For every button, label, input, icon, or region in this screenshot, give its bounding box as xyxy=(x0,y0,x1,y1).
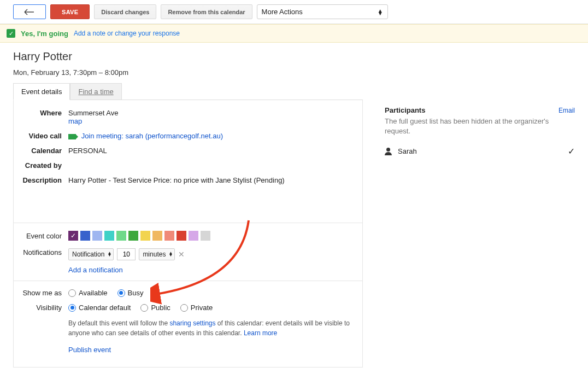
add-note-link[interactable]: Add a note or change your response xyxy=(74,30,180,37)
details-panel: Where Summerset Ave map Video call Join … xyxy=(13,100,363,368)
label-visibility: Visibility xyxy=(14,304,68,312)
color-swatch[interactable] xyxy=(116,231,126,241)
map-link[interactable]: map xyxy=(68,117,82,125)
description-value: Harry Potter - Test Service Price: no pr… xyxy=(68,176,362,184)
color-swatch[interactable] xyxy=(104,231,114,241)
radio-vis-private[interactable]: Private xyxy=(180,304,213,312)
discard-button[interactable]: Discard changes xyxy=(94,4,156,19)
radio-dot xyxy=(68,289,76,297)
color-swatch[interactable] xyxy=(140,231,150,241)
save-button[interactable]: SAVE xyxy=(50,4,90,19)
calendar-value: PERSONAL xyxy=(68,147,362,155)
event-datetime: Mon, February 13, 7:30pm – 8:00pm xyxy=(13,68,363,77)
updown-icon: ▲▼ xyxy=(107,252,111,256)
color-swatch[interactable] xyxy=(201,231,210,241)
radio-dot xyxy=(140,304,148,312)
camera-icon xyxy=(68,134,76,139)
back-button[interactable] xyxy=(13,4,46,19)
visibility-note: By default this event will follow the sh… xyxy=(68,318,352,338)
radio-vis-default[interactable]: Calendar default xyxy=(68,304,131,312)
learn-more-link[interactable]: Learn more xyxy=(244,329,277,337)
color-swatch[interactable] xyxy=(128,231,138,241)
guest-row: Sarah ✓ xyxy=(385,146,575,156)
radio-dot xyxy=(180,304,188,312)
color-swatch[interactable] xyxy=(152,231,162,241)
label-showmeas: Show me as xyxy=(14,289,68,297)
color-swatch[interactable] xyxy=(177,231,186,241)
tabs: Event details Find a time xyxy=(13,83,363,100)
color-swatch[interactable] xyxy=(164,231,174,241)
check-icon: ✓ xyxy=(7,29,15,38)
notification-value-input[interactable] xyxy=(117,248,136,260)
email-guests-link[interactable]: Email xyxy=(558,107,575,114)
color-swatch[interactable] xyxy=(80,231,90,241)
label-createdby: Created by xyxy=(14,161,68,170)
participants-note: The full guest list has been hidden at t… xyxy=(385,116,575,136)
event-title: Harry Potter xyxy=(13,50,363,63)
updown-icon: ▲▼ xyxy=(168,252,173,256)
color-swatch[interactable] xyxy=(189,231,198,241)
remove-button[interactable]: Remove from this calendar xyxy=(161,4,252,19)
label-eventcolor: Event color xyxy=(14,232,68,240)
notification-type-select[interactable]: Notification ▲▼ xyxy=(68,248,114,260)
radio-dot xyxy=(68,304,76,312)
sharing-settings-link[interactable]: sharing settings xyxy=(169,319,215,327)
going-text: Yes, I'm going xyxy=(21,30,68,38)
updown-icon: ▲▼ xyxy=(378,9,383,15)
where-value: Summerset Ave xyxy=(68,109,362,117)
more-actions-label: More Actions xyxy=(262,8,303,16)
participants-heading: Participants xyxy=(385,106,425,114)
remove-notification-button[interactable]: ✕ xyxy=(178,250,185,259)
add-notification-link[interactable]: Add a notification xyxy=(68,266,123,274)
color-swatch[interactable]: ✓ xyxy=(68,231,78,241)
radio-dot xyxy=(117,289,125,297)
color-swatches: ✓ xyxy=(68,231,210,241)
response-banner: ✓ Yes, I'm going Add a note or change yo… xyxy=(0,24,588,43)
label-calendar: Calendar xyxy=(14,147,68,155)
guest-name: Sarah xyxy=(398,147,417,155)
radio-available[interactable]: Available xyxy=(68,289,108,297)
notification-unit-select[interactable]: minutes ▲▼ xyxy=(139,248,175,260)
check-icon: ✓ xyxy=(422,146,575,156)
publish-event-link[interactable]: Publish event xyxy=(68,346,111,354)
radio-busy[interactable]: Busy xyxy=(117,289,144,297)
toolbar: SAVE Discard changes Remove from this ca… xyxy=(0,0,588,24)
color-swatch[interactable] xyxy=(92,231,102,241)
label-description: Description xyxy=(14,176,68,184)
radio-vis-public[interactable]: Public xyxy=(140,304,170,312)
label-notifications: Notifications xyxy=(14,248,68,256)
video-link[interactable]: Join meeting: sarah (performancegolf.net… xyxy=(81,132,223,140)
label-where: Where xyxy=(14,109,68,117)
tab-event-details[interactable]: Event details xyxy=(13,83,70,100)
person-icon xyxy=(385,148,392,155)
label-video: Video call xyxy=(14,132,68,140)
tab-find-time[interactable]: Find a time xyxy=(70,83,121,100)
more-actions-select[interactable]: More Actions ▲▼ xyxy=(257,4,388,19)
